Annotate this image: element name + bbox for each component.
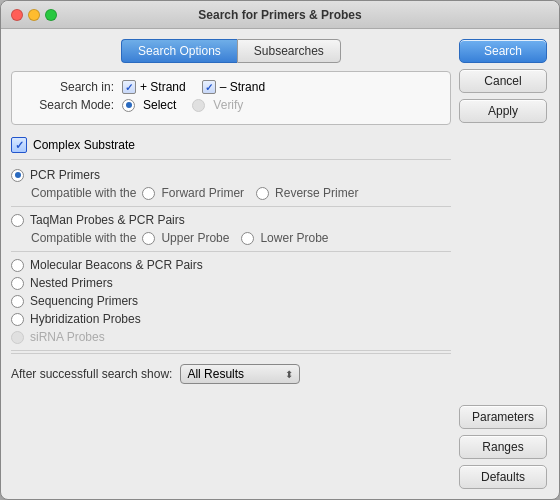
main-content: Search Options Subsearches Search in: ✓ … [11, 39, 451, 489]
plus-strand-item: ✓ + Strand [122, 80, 186, 94]
sirna-probes-row: siRNA Probes [11, 330, 451, 344]
defaults-button[interactable]: Defaults [459, 465, 547, 489]
tab-search-options[interactable]: Search Options [121, 39, 237, 63]
traffic-lights [11, 9, 57, 21]
sidebar: Search Cancel Apply Parameters Ranges De… [459, 39, 549, 489]
nested-primers-row: Nested Primers [11, 276, 451, 290]
nested-primers-radio[interactable] [11, 277, 24, 290]
plus-strand-label: + Strand [140, 80, 186, 94]
nested-primers-label: Nested Primers [30, 276, 113, 290]
cancel-button[interactable]: Cancel [459, 69, 547, 93]
spacer [459, 129, 549, 399]
taqman-label: TaqMan Probes & PCR Pairs [30, 213, 185, 227]
pcr-compatible-row: Compatible with the Forward Primer Rever… [11, 186, 451, 200]
minimize-button[interactable] [28, 9, 40, 21]
complex-substrate-label: Complex Substrate [33, 138, 135, 152]
divider-1 [11, 159, 451, 160]
dropdown-arrow-icon: ⬍ [285, 369, 293, 380]
apply-button[interactable]: Apply [459, 99, 547, 123]
maximize-button[interactable] [45, 9, 57, 21]
sirna-probes-label: siRNA Probes [30, 330, 105, 344]
verify-radio[interactable] [192, 99, 205, 112]
taqman-row: TaqMan Probes & PCR Pairs [11, 213, 451, 227]
window-title: Search for Primers & Probes [198, 8, 361, 22]
taqman-compatible-row: Compatible with the Upper Probe Lower Pr… [11, 231, 451, 245]
lower-probe-radio[interactable] [241, 232, 254, 245]
search-in-row: Search in: ✓ + Strand ✓ – Strand [24, 80, 438, 94]
after-search-row: After successfull search show: All Resul… [11, 356, 451, 388]
molecular-beacons-label: Molecular Beacons & PCR Pairs [30, 258, 203, 272]
search-mode-label: Search Mode: [24, 98, 114, 112]
tab-subsearches[interactable]: Subsearches [237, 39, 341, 63]
tab-bar: Search Options Subsearches [11, 39, 451, 63]
pcr-primers-row: PCR Primers [11, 168, 451, 182]
upper-probe-label: Upper Probe [161, 231, 229, 245]
pcr-primers-section: PCR Primers Compatible with the Forward … [11, 162, 451, 207]
reverse-primer-label: Reverse Primer [275, 186, 358, 200]
ranges-button[interactable]: Ranges [459, 435, 547, 459]
hybridization-probes-label: Hybridization Probes [30, 312, 141, 326]
parameters-button[interactable]: Parameters [459, 405, 547, 429]
minus-strand-checkbox[interactable]: ✓ [202, 80, 216, 94]
minus-strand-label: – Strand [220, 80, 265, 94]
search-in-label: Search in: [24, 80, 114, 94]
taqman-compatible-label: Compatible with the [31, 231, 136, 245]
search-mode-row: Search Mode: Select Verify [24, 98, 438, 112]
forward-primer-radio[interactable] [142, 187, 155, 200]
hybridization-probes-row: Hybridization Probes [11, 312, 451, 326]
pcr-primers-label: PCR Primers [30, 168, 100, 182]
sequencing-primers-row: Sequencing Primers [11, 294, 451, 308]
molecular-beacons-radio[interactable] [11, 259, 24, 272]
hybridization-probes-radio[interactable] [11, 313, 24, 326]
search-button[interactable]: Search [459, 39, 547, 63]
minus-strand-item: ✓ – Strand [202, 80, 265, 94]
reverse-primer-radio[interactable] [256, 187, 269, 200]
sequencing-primers-radio[interactable] [11, 295, 24, 308]
title-bar: Search for Primers & Probes [1, 1, 559, 29]
pcr-compatible-label: Compatible with the [31, 186, 136, 200]
divider-2 [11, 353, 451, 354]
complex-substrate-row: ✓ Complex Substrate [11, 133, 451, 157]
select-label: Select [143, 98, 176, 112]
plus-strand-checkbox[interactable]: ✓ [122, 80, 136, 94]
taqman-section: TaqMan Probes & PCR Pairs Compatible wit… [11, 207, 451, 252]
verify-label: Verify [213, 98, 243, 112]
forward-primer-label: Forward Primer [161, 186, 244, 200]
search-in-box: Search in: ✓ + Strand ✓ – Strand Search … [11, 71, 451, 125]
taqman-radio[interactable] [11, 214, 24, 227]
other-types-section: Molecular Beacons & PCR Pairs Nested Pri… [11, 252, 451, 351]
molecular-beacons-row: Molecular Beacons & PCR Pairs [11, 258, 451, 272]
after-search-label: After successfull search show: [11, 367, 172, 381]
lower-probe-label: Lower Probe [260, 231, 328, 245]
close-button[interactable] [11, 9, 23, 21]
complex-substrate-checkbox[interactable]: ✓ [11, 137, 27, 153]
sidebar-bottom: Parameters Ranges Defaults [459, 405, 549, 489]
main-window: Search for Primers & Probes Search Optio… [0, 0, 560, 500]
sequencing-primers-label: Sequencing Primers [30, 294, 138, 308]
pcr-primers-radio[interactable] [11, 169, 24, 182]
select-radio[interactable] [122, 99, 135, 112]
sirna-probes-radio[interactable] [11, 331, 24, 344]
after-search-dropdown[interactable]: All Results ⬍ [180, 364, 300, 384]
upper-probe-radio[interactable] [142, 232, 155, 245]
after-search-value: All Results [187, 367, 244, 381]
window-body: Search Options Subsearches Search in: ✓ … [1, 29, 559, 499]
